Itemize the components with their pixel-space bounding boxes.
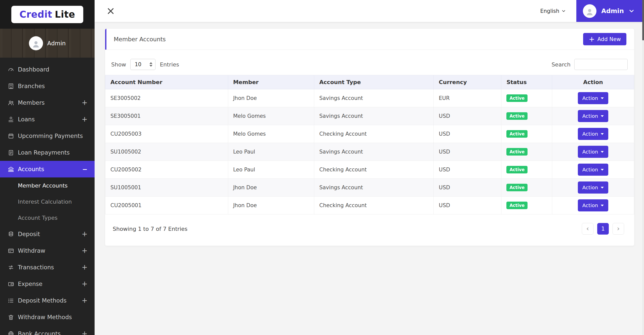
table-row: SU1005002 Leo Paul Savings Account USD A… xyxy=(105,143,634,161)
scrollbar-thumb[interactable] xyxy=(642,0,644,40)
cell-account-type: Checking Account xyxy=(314,125,434,143)
brand-logo[interactable]: Credit Lite xyxy=(11,6,83,23)
wallet-icon xyxy=(8,281,14,287)
entries-label: Entries xyxy=(160,61,179,68)
users-icon xyxy=(8,99,14,106)
money-stack-icon xyxy=(8,231,14,238)
cell-status: Active xyxy=(501,125,552,143)
entries-summary: Showing 1 to 7 of 7 Entries xyxy=(113,226,187,232)
cell-account-type: Savings Account xyxy=(314,107,434,125)
pagination: ‹ 1 › xyxy=(582,223,624,235)
scrollbar[interactable] xyxy=(642,0,644,335)
building-icon xyxy=(8,83,14,90)
action-button[interactable]: Action xyxy=(578,199,609,211)
cell-member: Leo Paul xyxy=(228,143,314,161)
sidebar-item-accounts[interactable]: Accounts − xyxy=(0,161,95,177)
plus-icon: + xyxy=(589,36,594,42)
table-row: SU1005001 Jhon Doe Savings Account USD A… xyxy=(105,179,634,197)
card-header: Member Accounts + Add New xyxy=(105,29,634,50)
sidebar-item-loan-repayments[interactable]: Loan Repayments xyxy=(0,144,95,161)
logo-area: Credit Lite xyxy=(0,0,95,29)
action-button[interactable]: Action xyxy=(578,146,609,158)
transfer-icon xyxy=(8,264,14,271)
pagination-page-1-button[interactable]: 1 xyxy=(597,223,609,235)
trash-icon xyxy=(8,314,14,321)
table-header-row: Account Number Member Account Type Curre… xyxy=(105,75,634,89)
close-icon xyxy=(106,7,115,16)
sidebar-toggle-button[interactable] xyxy=(106,7,115,16)
sidebar-item-withdraw[interactable]: Withdraw + xyxy=(0,242,95,259)
cell-account-type: Savings Account xyxy=(314,179,434,197)
user-name: Admin xyxy=(601,7,624,15)
sidebar-item-loans[interactable]: Loans + xyxy=(0,111,95,128)
cell-action: Action xyxy=(552,89,634,107)
sidebar-item-transactions[interactable]: Transactions + xyxy=(0,259,95,276)
cell-currency: EUR xyxy=(434,89,501,107)
cell-account-type: Savings Account xyxy=(314,89,434,107)
cell-member: Leo Paul xyxy=(228,161,314,179)
cell-member: Jhon Doe xyxy=(228,89,314,107)
sidebar-item-members[interactable]: Members + xyxy=(0,94,95,111)
member-accounts-table: Account Number Member Account Type Curre… xyxy=(105,75,634,214)
cell-action: Action xyxy=(552,125,634,143)
brand-lite: Lite xyxy=(55,9,75,20)
sidebar-profile: Admin xyxy=(0,29,95,58)
header-action: Action xyxy=(552,75,634,89)
cell-member: Melo Gomes xyxy=(228,107,314,125)
caret-down-icon xyxy=(601,187,604,189)
page-title: Member Accounts xyxy=(114,36,583,43)
table-row: CU2005003 Melo Gomes Checking Account US… xyxy=(105,125,634,143)
entries-select-value: 10 xyxy=(135,61,141,67)
hand-coin-icon xyxy=(8,116,14,123)
pagination-prev-button[interactable]: ‹ xyxy=(582,223,593,235)
sidebar-subitem-account-types[interactable]: Account Types xyxy=(0,210,95,226)
action-button[interactable]: Action xyxy=(578,181,609,194)
cell-status: Active xyxy=(501,197,552,214)
person-icon xyxy=(32,40,40,48)
action-button[interactable]: Action xyxy=(578,164,609,176)
table-row: SE3005002 Jhon Doe Savings Account EUR A… xyxy=(105,89,634,107)
cell-currency: USD xyxy=(434,161,501,179)
cell-status: Active xyxy=(501,107,552,125)
table-row: SE3005001 Melo Gomes Savings Account USD… xyxy=(105,107,634,125)
brand-credit: Credit xyxy=(19,9,52,20)
cell-currency: USD xyxy=(434,125,501,143)
sidebar-subitem-member-accounts[interactable]: Member Accounts xyxy=(0,177,95,194)
pagination-next-button[interactable]: › xyxy=(613,223,624,235)
sidebar-item-deposit-methods[interactable]: Deposit Methods + xyxy=(0,292,95,309)
cell-account-number: CU2005003 xyxy=(105,125,228,143)
cell-account-type: Checking Account xyxy=(314,197,434,214)
person-icon xyxy=(585,8,594,16)
sidebar-item-bank-accounts[interactable]: Bank Accounts + xyxy=(0,325,95,335)
cell-account-number: SE3005002 xyxy=(105,89,228,107)
sidebar-item-deposit[interactable]: Deposit + xyxy=(0,226,95,242)
sidebar-subitem-interest-calculation[interactable]: Interest Calculation xyxy=(0,194,95,210)
search-input[interactable] xyxy=(574,59,628,70)
accent-bar xyxy=(105,29,106,50)
profile-name: Admin xyxy=(47,40,66,47)
sidebar-item-dashboard[interactable]: Dashboard xyxy=(0,61,95,78)
gauge-icon xyxy=(8,66,14,73)
action-button[interactable]: Action xyxy=(578,92,609,104)
sidebar: Credit Lite Admin Dashboard Branches Mem… xyxy=(0,0,95,335)
sidebar-item-branches[interactable]: Branches xyxy=(0,78,95,94)
status-badge: Active xyxy=(506,148,528,156)
topbar-right: English Admin xyxy=(540,0,644,22)
list-icon xyxy=(8,297,14,304)
language-dropdown[interactable]: English xyxy=(540,8,566,14)
cell-status: Active xyxy=(501,161,552,179)
cell-status: Active xyxy=(501,143,552,161)
entries-select[interactable]: 10 xyxy=(130,59,155,70)
sidebar-item-expense[interactable]: Expense + xyxy=(0,276,95,292)
page-size-controls: Show 10 Entries xyxy=(111,59,179,70)
sidebar-item-upcomming-payments[interactable]: Upcomming Payments xyxy=(0,128,95,144)
cell-action: Action xyxy=(552,179,634,197)
sidebar-item-withdraw-methods[interactable]: Withdraw Methods xyxy=(0,309,95,325)
action-button[interactable]: Action xyxy=(578,110,609,122)
add-new-button[interactable]: + Add New xyxy=(583,33,626,45)
action-button[interactable]: Action xyxy=(578,128,609,140)
cell-status: Active xyxy=(501,179,552,197)
cell-account-number: SU1005001 xyxy=(105,179,228,197)
accounts-submenu: Member Accounts Interest Calculation Acc… xyxy=(0,177,95,226)
user-menu[interactable]: Admin xyxy=(576,0,644,22)
